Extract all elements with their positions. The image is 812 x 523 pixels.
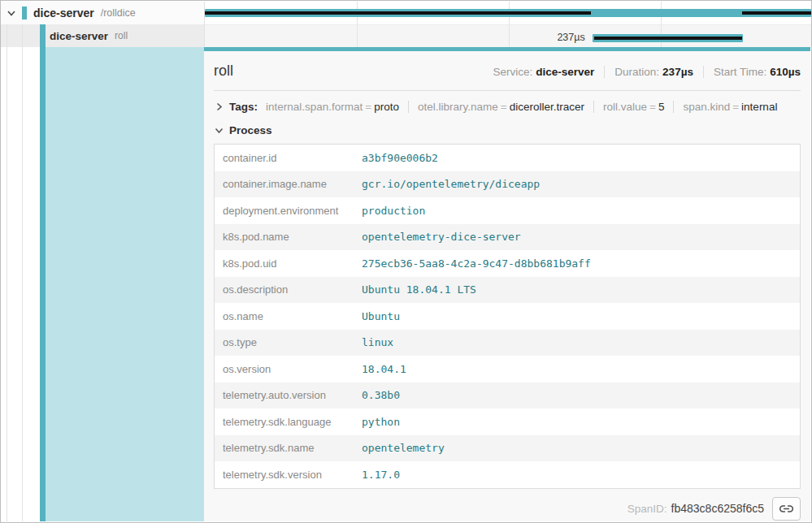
tags-label: Tags: xyxy=(229,101,258,113)
tag-value: 5 xyxy=(658,101,665,113)
selected-span-highlight xyxy=(46,47,204,521)
timeline-row-divider xyxy=(205,24,811,25)
tag-key: roll.value xyxy=(603,101,647,113)
process-table: container.id a3bf90e006b2 container.imag… xyxy=(214,144,801,489)
span-meta: Service:dice-server Duration:237µs Start… xyxy=(493,66,801,78)
tag-list: internal.span.format=proto otel.library.… xyxy=(263,101,786,113)
meta-start-label: Start Time: xyxy=(714,66,766,78)
process-table-row: os.description Ubuntu 18.04.1 LTS xyxy=(215,277,800,304)
meta-service-value: dice-server xyxy=(536,66,594,78)
process-value: linux xyxy=(362,336,393,348)
span-detail-panel: roll Service:dice-server Duration:237µs … xyxy=(204,47,810,521)
process-table-row: telemetry.sdk.language python xyxy=(215,408,800,435)
process-value: a3bf90e006b2 xyxy=(362,152,438,164)
process-table-row: telemetry.auto.version 0.38b0 xyxy=(215,383,800,409)
spanid-label: SpanID: xyxy=(627,503,667,515)
tag-equals: = xyxy=(363,101,374,113)
process-value: 275ecb36-5aa8-4c2a-9c47-d8bb681b9aff xyxy=(362,257,591,270)
link-icon xyxy=(779,502,793,516)
service-name: dice-server xyxy=(50,30,108,42)
span-self-time-segment xyxy=(742,11,811,15)
collapse-chevron-icon[interactable] xyxy=(6,7,17,19)
meta-start-value: 610µs xyxy=(770,66,801,78)
operation-name: roll xyxy=(115,30,128,41)
tag-item: internal.span.format=proto xyxy=(263,101,408,113)
process-key: os.type xyxy=(215,336,362,348)
process-value: 18.04.1 xyxy=(362,363,406,375)
process-key: deployment.environment xyxy=(215,205,362,217)
process-value: python xyxy=(362,416,400,428)
process-key: telemetry.auto.version xyxy=(215,389,362,401)
process-value: Ubuntu xyxy=(362,310,400,322)
process-label: Process xyxy=(229,124,272,136)
tag-key: span.kind xyxy=(683,101,730,113)
chevron-right-icon xyxy=(214,102,224,112)
process-value: production xyxy=(362,205,425,217)
spanid-value: fb483c8c6258f6c5 xyxy=(671,502,764,515)
span-self-time-segment xyxy=(594,37,742,40)
span-detail-header: roll Service:dice-server Duration:237µs … xyxy=(214,51,801,80)
service-color-chip xyxy=(22,6,27,19)
span-duration-label: 237µs xyxy=(557,32,584,43)
process-value: opentelemetry xyxy=(362,442,445,454)
tag-key: otel.library.name xyxy=(418,101,498,113)
tree-indent-guide xyxy=(7,24,7,521)
tag-item: roll.value=5 xyxy=(593,101,673,113)
process-key: container.image.name xyxy=(215,178,362,190)
meta-start-time: Start Time:610µs xyxy=(703,66,801,78)
span-row-rolldice[interactable]: dice-server /rolldice xyxy=(1,2,204,24)
header-divider xyxy=(214,90,801,91)
process-table-row: telemetry.sdk.version 1.17.0 xyxy=(215,461,800,488)
tag-item: span.kind=internal xyxy=(673,101,786,113)
process-key: telemetry.sdk.version xyxy=(215,469,362,481)
process-key: telemetry.sdk.language xyxy=(215,416,362,428)
process-value: 1.17.0 xyxy=(362,469,400,481)
span-row-roll[interactable]: dice-server roll xyxy=(1,24,204,47)
process-table-row: container.id a3bf90e006b2 xyxy=(215,145,800,171)
copy-span-link-button[interactable] xyxy=(772,497,801,521)
tag-value: internal xyxy=(741,101,777,113)
span-title: roll xyxy=(214,63,233,80)
process-key: k8s.pod.uid xyxy=(215,257,362,270)
process-value: 0.38b0 xyxy=(362,389,400,401)
trace-timeline: 237µs xyxy=(204,2,811,47)
tag-equals: = xyxy=(498,101,510,113)
process-accordion[interactable]: Process xyxy=(214,124,801,136)
process-table-row: container.image.name gcr.io/opentelemetr… xyxy=(215,171,800,198)
selected-span-color-bar xyxy=(40,24,46,521)
tag-equals: = xyxy=(730,101,741,113)
meta-duration: Duration:237µs xyxy=(604,66,703,78)
tree-indent-guide xyxy=(22,24,23,521)
process-value: Ubuntu 18.04.1 LTS xyxy=(362,283,476,296)
process-key: os.description xyxy=(215,283,362,296)
process-key: telemetry.sdk.name xyxy=(215,442,362,454)
tags-accordion[interactable]: Tags: internal.span.format=proto otel.li… xyxy=(214,101,801,113)
tag-value: proto xyxy=(374,101,399,113)
process-key: os.name xyxy=(215,310,362,322)
tag-key: internal.span.format xyxy=(266,101,363,113)
process-key: k8s.pod.name xyxy=(215,231,362,243)
span-detail-footer: SpanID: fb483c8c6258f6c5 xyxy=(214,497,801,521)
chevron-down-icon xyxy=(214,125,224,136)
process-table-row: k8s.pod.name opentelemetry-dice-server xyxy=(215,224,800,251)
process-table-row: os.version 18.04.1 xyxy=(215,356,800,383)
tag-item: otel.library.name=diceroller.tracer xyxy=(408,101,593,113)
process-value: gcr.io/opentelemetry/diceapp xyxy=(362,178,540,190)
process-value: opentelemetry-dice-server xyxy=(362,231,521,243)
process-table-row: k8s.pod.uid 275ecb36-5aa8-4c2a-9c47-d8bb… xyxy=(215,250,800,277)
span-self-time-segment xyxy=(205,11,591,15)
span-bar-rolldice[interactable] xyxy=(205,9,811,17)
process-key: container.id xyxy=(215,152,362,164)
operation-name: /rolldice xyxy=(101,7,136,19)
meta-duration-value: 237µs xyxy=(662,66,693,78)
meta-service-label: Service: xyxy=(493,66,532,78)
service-name: dice-server xyxy=(33,6,94,19)
process-table-row: deployment.environment production xyxy=(215,197,800,224)
process-table-row: os.type linux xyxy=(215,330,800,357)
tag-equals: = xyxy=(647,101,658,113)
span-bar-roll[interactable] xyxy=(593,34,744,42)
process-table-row: telemetry.sdk.name opentelemetry xyxy=(215,435,800,462)
trace-detail-page: 237µs dice-server /rolldice dice-server … xyxy=(0,0,812,523)
process-table-row: os.name Ubuntu xyxy=(215,303,800,330)
meta-duration-label: Duration: xyxy=(614,66,659,78)
